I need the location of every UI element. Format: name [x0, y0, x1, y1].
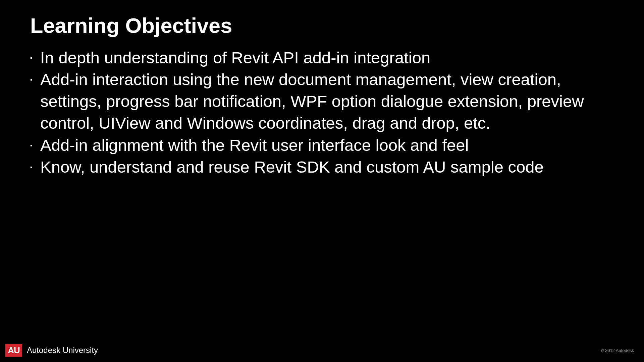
bullet-icon: ▪: [30, 164, 35, 172]
slide-title: Learning Objectives: [30, 13, 614, 38]
bullet-text: Add-in interaction using the new documen…: [40, 69, 614, 134]
bullet-list: ▪ In depth understanding of Revit API ad…: [30, 47, 614, 178]
brand-text: Autodesk University: [27, 346, 98, 355]
bullet-text: Add-in alignment with the Revit user int…: [40, 134, 469, 156]
bullet-icon: ▪: [30, 54, 35, 62]
list-item: ▪ In depth understanding of Revit API ad…: [30, 47, 614, 69]
list-item: ▪ Add-in alignment with the Revit user i…: [30, 134, 614, 156]
bullet-icon: ▪: [30, 76, 35, 84]
footer-brand: AU Autodesk University: [5, 344, 98, 357]
list-item: ▪ Know, understand and reuse Revit SDK a…: [30, 156, 614, 178]
footer: AU Autodesk University © 2012 Autodesk: [0, 344, 644, 357]
au-logo-icon: AU: [5, 344, 22, 357]
copyright-text: © 2012 Autodesk: [601, 348, 639, 353]
bullet-icon: ▪: [30, 142, 35, 150]
bullet-text: Know, understand and reuse Revit SDK and…: [40, 156, 544, 178]
list-item: ▪ Add-in interaction using the new docum…: [30, 69, 614, 134]
slide-container: Learning Objectives ▪ In depth understan…: [0, 0, 644, 362]
bullet-text: In depth understanding of Revit API add-…: [40, 47, 430, 69]
